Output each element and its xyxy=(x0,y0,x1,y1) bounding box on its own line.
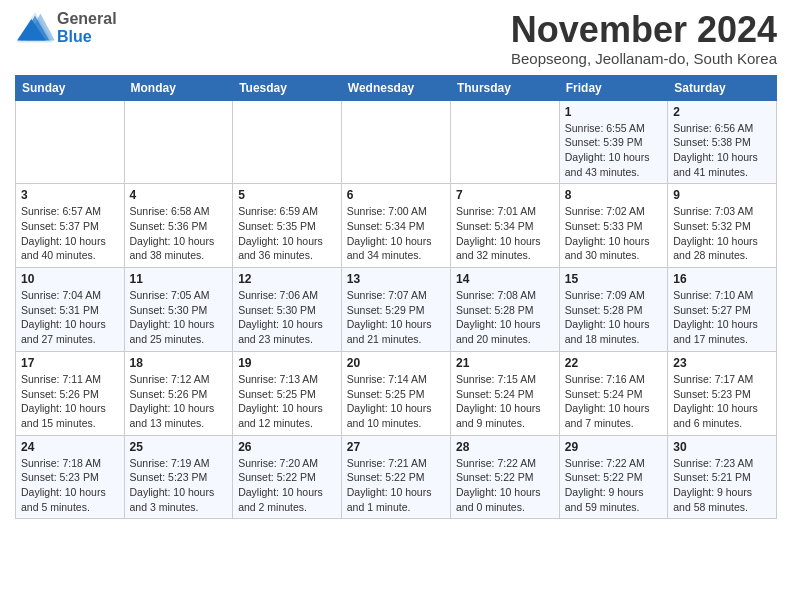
day-number: 5 xyxy=(238,188,336,202)
day-number: 16 xyxy=(673,272,771,286)
calendar-cell: 29Sunrise: 7:22 AM Sunset: 5:22 PM Dayli… xyxy=(559,435,667,519)
day-info: Sunrise: 7:10 AM Sunset: 5:27 PM Dayligh… xyxy=(673,288,771,347)
day-info: Sunrise: 7:19 AM Sunset: 5:23 PM Dayligh… xyxy=(130,456,228,515)
calendar-cell xyxy=(450,100,559,184)
day-info: Sunrise: 7:21 AM Sunset: 5:22 PM Dayligh… xyxy=(347,456,445,515)
header-saturday: Saturday xyxy=(668,75,777,100)
location: Beopseong, Jeollanam-do, South Korea xyxy=(511,50,777,67)
day-number: 28 xyxy=(456,440,554,454)
day-info: Sunrise: 6:56 AM Sunset: 5:38 PM Dayligh… xyxy=(673,121,771,180)
calendar-cell: 8Sunrise: 7:02 AM Sunset: 5:33 PM Daylig… xyxy=(559,184,667,268)
day-info: Sunrise: 7:06 AM Sunset: 5:30 PM Dayligh… xyxy=(238,288,336,347)
day-info: Sunrise: 7:12 AM Sunset: 5:26 PM Dayligh… xyxy=(130,372,228,431)
day-info: Sunrise: 7:18 AM Sunset: 5:23 PM Dayligh… xyxy=(21,456,119,515)
logo: General Blue xyxy=(15,10,117,46)
day-number: 17 xyxy=(21,356,119,370)
calendar-cell: 18Sunrise: 7:12 AM Sunset: 5:26 PM Dayli… xyxy=(124,351,233,435)
day-info: Sunrise: 7:04 AM Sunset: 5:31 PM Dayligh… xyxy=(21,288,119,347)
calendar-cell: 28Sunrise: 7:22 AM Sunset: 5:22 PM Dayli… xyxy=(450,435,559,519)
day-number: 23 xyxy=(673,356,771,370)
calendar-cell: 7Sunrise: 7:01 AM Sunset: 5:34 PM Daylig… xyxy=(450,184,559,268)
page-header: General Blue November 2024 Beopseong, Je… xyxy=(15,10,777,67)
calendar-cell xyxy=(233,100,342,184)
day-number: 18 xyxy=(130,356,228,370)
calendar-cell: 2Sunrise: 6:56 AM Sunset: 5:38 PM Daylig… xyxy=(668,100,777,184)
day-number: 2 xyxy=(673,105,771,119)
day-info: Sunrise: 7:11 AM Sunset: 5:26 PM Dayligh… xyxy=(21,372,119,431)
calendar-cell: 21Sunrise: 7:15 AM Sunset: 5:24 PM Dayli… xyxy=(450,351,559,435)
day-number: 12 xyxy=(238,272,336,286)
day-info: Sunrise: 7:20 AM Sunset: 5:22 PM Dayligh… xyxy=(238,456,336,515)
day-info: Sunrise: 6:58 AM Sunset: 5:36 PM Dayligh… xyxy=(130,204,228,263)
calendar-cell: 26Sunrise: 7:20 AM Sunset: 5:22 PM Dayli… xyxy=(233,435,342,519)
day-number: 15 xyxy=(565,272,662,286)
day-number: 9 xyxy=(673,188,771,202)
calendar-cell: 20Sunrise: 7:14 AM Sunset: 5:25 PM Dayli… xyxy=(341,351,450,435)
day-number: 19 xyxy=(238,356,336,370)
calendar-cell: 23Sunrise: 7:17 AM Sunset: 5:23 PM Dayli… xyxy=(668,351,777,435)
day-number: 11 xyxy=(130,272,228,286)
calendar-cell: 27Sunrise: 7:21 AM Sunset: 5:22 PM Dayli… xyxy=(341,435,450,519)
calendar-week-2: 3Sunrise: 6:57 AM Sunset: 5:37 PM Daylig… xyxy=(16,184,777,268)
day-info: Sunrise: 6:57 AM Sunset: 5:37 PM Dayligh… xyxy=(21,204,119,263)
month-title: November 2024 xyxy=(511,10,777,50)
day-number: 6 xyxy=(347,188,445,202)
day-info: Sunrise: 7:22 AM Sunset: 5:22 PM Dayligh… xyxy=(565,456,662,515)
calendar-cell: 12Sunrise: 7:06 AM Sunset: 5:30 PM Dayli… xyxy=(233,268,342,352)
calendar-cell xyxy=(124,100,233,184)
day-info: Sunrise: 7:09 AM Sunset: 5:28 PM Dayligh… xyxy=(565,288,662,347)
day-info: Sunrise: 7:02 AM Sunset: 5:33 PM Dayligh… xyxy=(565,204,662,263)
calendar-cell: 16Sunrise: 7:10 AM Sunset: 5:27 PM Dayli… xyxy=(668,268,777,352)
day-number: 27 xyxy=(347,440,445,454)
calendar-cell: 24Sunrise: 7:18 AM Sunset: 5:23 PM Dayli… xyxy=(16,435,125,519)
header-sunday: Sunday xyxy=(16,75,125,100)
calendar-cell: 4Sunrise: 6:58 AM Sunset: 5:36 PM Daylig… xyxy=(124,184,233,268)
day-info: Sunrise: 7:16 AM Sunset: 5:24 PM Dayligh… xyxy=(565,372,662,431)
day-number: 8 xyxy=(565,188,662,202)
day-number: 26 xyxy=(238,440,336,454)
header-wednesday: Wednesday xyxy=(341,75,450,100)
header-tuesday: Tuesday xyxy=(233,75,342,100)
day-info: Sunrise: 7:01 AM Sunset: 5:34 PM Dayligh… xyxy=(456,204,554,263)
day-info: Sunrise: 7:00 AM Sunset: 5:34 PM Dayligh… xyxy=(347,204,445,263)
calendar-cell: 1Sunrise: 6:55 AM Sunset: 5:39 PM Daylig… xyxy=(559,100,667,184)
logo-icon xyxy=(15,10,55,46)
day-info: Sunrise: 7:08 AM Sunset: 5:28 PM Dayligh… xyxy=(456,288,554,347)
calendar-cell xyxy=(16,100,125,184)
calendar-cell: 11Sunrise: 7:05 AM Sunset: 5:30 PM Dayli… xyxy=(124,268,233,352)
day-info: Sunrise: 7:05 AM Sunset: 5:30 PM Dayligh… xyxy=(130,288,228,347)
day-info: Sunrise: 7:13 AM Sunset: 5:25 PM Dayligh… xyxy=(238,372,336,431)
day-info: Sunrise: 7:17 AM Sunset: 5:23 PM Dayligh… xyxy=(673,372,771,431)
day-info: Sunrise: 7:14 AM Sunset: 5:25 PM Dayligh… xyxy=(347,372,445,431)
day-number: 13 xyxy=(347,272,445,286)
calendar-cell: 9Sunrise: 7:03 AM Sunset: 5:32 PM Daylig… xyxy=(668,184,777,268)
calendar-week-4: 17Sunrise: 7:11 AM Sunset: 5:26 PM Dayli… xyxy=(16,351,777,435)
calendar-cell: 14Sunrise: 7:08 AM Sunset: 5:28 PM Dayli… xyxy=(450,268,559,352)
day-number: 4 xyxy=(130,188,228,202)
calendar-header-row: SundayMondayTuesdayWednesdayThursdayFrid… xyxy=(16,75,777,100)
day-number: 25 xyxy=(130,440,228,454)
day-number: 3 xyxy=(21,188,119,202)
calendar-cell: 22Sunrise: 7:16 AM Sunset: 5:24 PM Dayli… xyxy=(559,351,667,435)
day-number: 24 xyxy=(21,440,119,454)
day-number: 10 xyxy=(21,272,119,286)
calendar-cell: 5Sunrise: 6:59 AM Sunset: 5:35 PM Daylig… xyxy=(233,184,342,268)
logo-text: General Blue xyxy=(57,10,117,45)
day-number: 7 xyxy=(456,188,554,202)
day-info: Sunrise: 7:03 AM Sunset: 5:32 PM Dayligh… xyxy=(673,204,771,263)
day-info: Sunrise: 7:07 AM Sunset: 5:29 PM Dayligh… xyxy=(347,288,445,347)
logo-blue: Blue xyxy=(57,28,117,46)
day-info: Sunrise: 7:15 AM Sunset: 5:24 PM Dayligh… xyxy=(456,372,554,431)
calendar-cell: 19Sunrise: 7:13 AM Sunset: 5:25 PM Dayli… xyxy=(233,351,342,435)
calendar-cell: 17Sunrise: 7:11 AM Sunset: 5:26 PM Dayli… xyxy=(16,351,125,435)
calendar-cell: 15Sunrise: 7:09 AM Sunset: 5:28 PM Dayli… xyxy=(559,268,667,352)
calendar-week-1: 1Sunrise: 6:55 AM Sunset: 5:39 PM Daylig… xyxy=(16,100,777,184)
day-number: 1 xyxy=(565,105,662,119)
day-number: 30 xyxy=(673,440,771,454)
calendar-cell: 25Sunrise: 7:19 AM Sunset: 5:23 PM Dayli… xyxy=(124,435,233,519)
day-number: 22 xyxy=(565,356,662,370)
day-number: 21 xyxy=(456,356,554,370)
day-number: 29 xyxy=(565,440,662,454)
calendar-week-5: 24Sunrise: 7:18 AM Sunset: 5:23 PM Dayli… xyxy=(16,435,777,519)
header-monday: Monday xyxy=(124,75,233,100)
